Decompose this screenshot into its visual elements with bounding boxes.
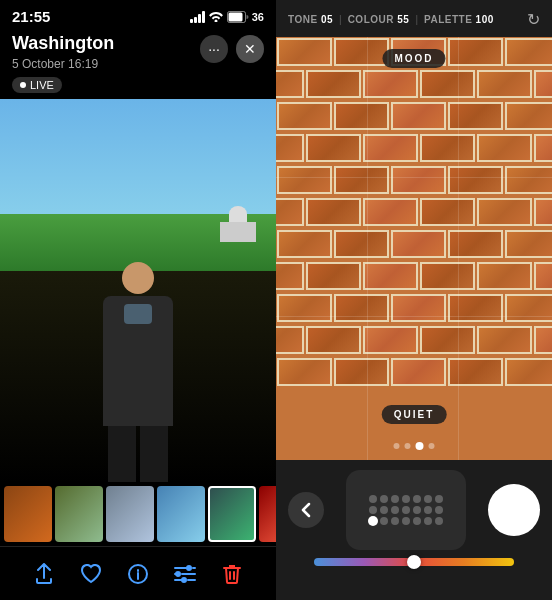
close-button[interactable]: ✕	[236, 35, 264, 63]
dot-indicator[interactable]	[394, 443, 400, 449]
close-icon: ✕	[244, 41, 256, 57]
color-dot[interactable]	[402, 506, 410, 514]
thumbnail[interactable]	[157, 486, 205, 542]
thumbnail-selected[interactable]	[208, 486, 256, 542]
gradient-slider[interactable]	[314, 558, 514, 566]
color-grid	[369, 495, 443, 525]
thumbnail[interactable]	[106, 486, 154, 542]
photo-date: 5 October 16:19	[12, 57, 114, 71]
delete-button[interactable]	[214, 556, 250, 592]
info-icon	[128, 564, 148, 584]
photo-info: Washington 5 October 16:19	[12, 33, 114, 71]
battery-icon: 36	[227, 11, 264, 23]
brick-row	[276, 293, 552, 325]
left-panel: 21:55 36 Washington	[0, 0, 276, 600]
color-dot[interactable]	[413, 517, 421, 525]
quiet-label: QUIET	[382, 405, 447, 424]
dot-indicators	[394, 442, 435, 450]
brick-row	[276, 325, 552, 357]
color-dot[interactable]	[413, 506, 421, 514]
photo-header: Washington 5 October 16:19 ··· ✕	[0, 29, 276, 77]
brick-row	[276, 101, 552, 133]
refresh-button[interactable]: ↻	[527, 10, 540, 29]
color-dot[interactable]	[435, 495, 443, 503]
color-dot[interactable]	[413, 495, 421, 503]
battery-value: 36	[252, 11, 264, 23]
status-icons: 36	[190, 11, 264, 23]
color-dot[interactable]	[435, 506, 443, 514]
color-dot[interactable]	[380, 506, 388, 514]
capitol-base	[220, 222, 256, 242]
color-dot[interactable]	[391, 495, 399, 503]
chevron-left-icon	[301, 502, 311, 518]
svg-rect-1	[228, 12, 242, 21]
color-dot[interactable]	[391, 506, 399, 514]
signal-icon	[190, 11, 205, 23]
filter-tabs: TONE 05 | COLOUR 55 | PALETTE 100	[288, 14, 494, 25]
share-button[interactable]	[26, 556, 62, 592]
right-bottom	[276, 460, 552, 600]
header-buttons: ··· ✕	[200, 35, 264, 63]
dot-indicator-active[interactable]	[416, 442, 424, 450]
brick-photo: MOOD QUIET	[276, 37, 552, 460]
color-dot[interactable]	[380, 517, 388, 525]
color-dot[interactable]	[391, 517, 399, 525]
color-grid-picker[interactable]	[346, 470, 466, 550]
tone-filter[interactable]: TONE 05	[288, 14, 333, 25]
color-dot[interactable]	[369, 495, 377, 503]
thumbnail[interactable]	[4, 486, 52, 542]
person	[93, 262, 183, 482]
brick-row	[276, 165, 552, 197]
thumbnail[interactable]	[259, 486, 276, 542]
dot-indicator[interactable]	[429, 443, 435, 449]
thumbnail-strip	[0, 482, 276, 546]
brick-row	[276, 261, 552, 293]
trash-icon	[223, 563, 241, 585]
brick-row	[276, 229, 552, 261]
info-button[interactable]	[120, 556, 156, 592]
sky	[0, 99, 276, 214]
back-button[interactable]	[288, 492, 324, 528]
brick-row	[276, 357, 552, 389]
person-body	[103, 296, 173, 426]
like-button[interactable]	[73, 556, 109, 592]
right-panel: TONE 05 | COLOUR 55 | PALETTE 100 ↻	[276, 0, 552, 600]
palette-filter[interactable]: PALETTE 100	[424, 14, 494, 25]
colour-filter[interactable]: COLOUR 55	[348, 14, 410, 25]
dot-indicator[interactable]	[405, 443, 411, 449]
capture-button[interactable]	[488, 484, 540, 536]
sliders-icon	[174, 565, 196, 583]
live-dot	[20, 82, 26, 88]
share-icon	[34, 563, 54, 585]
capitol	[220, 206, 256, 242]
color-dot[interactable]	[402, 495, 410, 503]
status-bar: 21:55 36	[0, 0, 276, 29]
main-photo	[0, 99, 276, 482]
controls-row	[288, 470, 540, 550]
filter-bar: TONE 05 | COLOUR 55 | PALETTE 100 ↻	[276, 0, 552, 37]
color-dot[interactable]	[435, 517, 443, 525]
brick-row	[276, 133, 552, 165]
person-head	[122, 262, 154, 294]
color-dot[interactable]	[380, 495, 388, 503]
color-dot[interactable]	[369, 506, 377, 514]
wifi-icon	[209, 11, 223, 22]
heart-icon	[80, 564, 102, 584]
color-dot[interactable]	[402, 517, 410, 525]
color-dot[interactable]	[424, 495, 432, 503]
mood-label: MOOD	[382, 49, 445, 68]
capitol-dome	[229, 206, 247, 222]
live-label: LIVE	[30, 79, 54, 91]
brick-row	[276, 197, 552, 229]
color-dot[interactable]	[424, 517, 432, 525]
brick-row	[276, 69, 552, 101]
color-dot[interactable]	[424, 506, 432, 514]
live-badge[interactable]: LIVE	[12, 77, 62, 93]
more-button[interactable]: ···	[200, 35, 228, 63]
brick-wall	[276, 37, 552, 460]
person-legs	[93, 426, 183, 482]
thumbnail[interactable]	[55, 486, 103, 542]
edit-button[interactable]	[167, 556, 203, 592]
color-dot-active[interactable]	[368, 516, 378, 526]
bottom-toolbar	[0, 546, 276, 600]
